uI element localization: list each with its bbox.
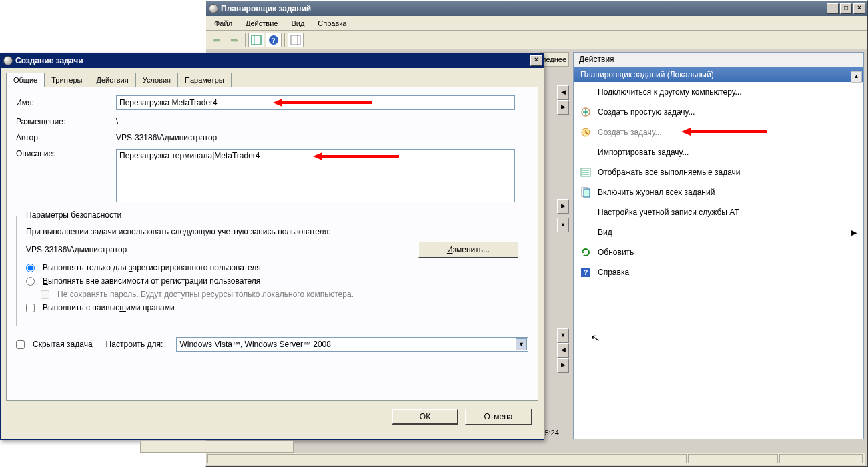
maximize-button[interactable]: □: [840, 3, 852, 14]
dialog-titlebar[interactable]: Создание задачи ×: [1, 53, 544, 68]
radio-label: Выполнять вне зависимости от регистрации…: [43, 276, 260, 286]
refresh-icon: [580, 247, 591, 258]
back-button[interactable]: ⬅: [209, 33, 225, 47]
checkbox-label: Скрытая задача: [33, 340, 93, 349]
under-panel-stub: [140, 441, 294, 453]
clock-icon: [209, 4, 218, 13]
action-connect[interactable]: Подключиться к другому компьютеру...: [574, 82, 863, 102]
actions-section-label: Планировщик заданий (Локальный): [580, 70, 714, 79]
toolbar-help-button[interactable]: ?: [266, 33, 282, 47]
callout-arrow-icon: [687, 130, 767, 133]
toolbar-separator: [245, 33, 246, 47]
action-label: Подключиться к другому компьютеру...: [598, 87, 742, 97]
action-label: Создать простую задачу...: [598, 107, 695, 117]
scroll-right-button[interactable]: ▶: [557, 100, 569, 115]
radio-logged-on-only[interactable]: Выполнять только для зарегистрированного…: [26, 263, 518, 272]
menu-action[interactable]: Действие: [240, 18, 283, 29]
action-import-task[interactable]: Импортировать задачу...: [574, 142, 863, 162]
checkbox-highest-privileges-input[interactable]: [26, 304, 35, 312]
svg-text:?: ?: [272, 36, 276, 44]
statusbar: [207, 453, 865, 465]
blank-icon: [580, 227, 591, 238]
actions-section-title[interactable]: Планировщик заданий (Локальный) ▴: [574, 67, 863, 82]
radio-label: Выполнять только для зарегистрированного…: [43, 263, 261, 272]
toolbar-panel1-button[interactable]: [248, 33, 264, 47]
wizard-icon: [580, 107, 591, 117]
action-label: Отображать все выполняемые задачи: [598, 168, 741, 177]
label-description: Описание:: [16, 149, 116, 158]
action-label: Включить журнал всех заданий: [598, 188, 715, 197]
actions-scroll-up[interactable]: ▲: [851, 71, 862, 83]
main-window-title: Планировщик заданий: [221, 4, 827, 13]
scroll-left-button[interactable]: ◀: [557, 85, 569, 100]
cancel-button[interactable]: Отмена: [465, 409, 532, 425]
radio-any-user-input[interactable]: [26, 277, 35, 286]
tab-settings[interactable]: Параметры: [177, 73, 232, 87]
menu-view[interactable]: Вид: [286, 18, 310, 29]
scroll-right-button-2[interactable]: ▶: [557, 199, 569, 214]
author-value: VPS-33186\Администратор: [116, 133, 217, 142]
description-input[interactable]: [116, 149, 515, 202]
svg-rect-13: [584, 189, 590, 197]
scroll-right-button-3[interactable]: ▶: [557, 358, 569, 373]
help-icon: ?: [580, 267, 591, 278]
radio-any-user[interactable]: Выполнять вне зависимости от регистрации…: [26, 276, 518, 286]
scroll-left-button-2[interactable]: ◀: [557, 343, 569, 358]
location-value: \: [116, 117, 118, 126]
action-enable-log[interactable]: Включить журнал всех заданий: [574, 182, 863, 202]
chevron-down-icon[interactable]: ▼: [516, 338, 527, 350]
svg-rect-0: [252, 35, 261, 45]
security-text: При выполнении задачи использовать следу…: [26, 227, 518, 236]
checkbox-hidden-task-input[interactable]: [16, 340, 25, 349]
action-label: Обновить: [598, 248, 634, 257]
radio-logged-on-only-input[interactable]: [26, 264, 35, 272]
blank-icon: [580, 147, 591, 158]
action-label: Настройка учетной записи службы AT: [598, 208, 739, 217]
forward-button[interactable]: ➡: [226, 33, 242, 47]
account-value: VPS-33186\Администратор: [26, 245, 127, 254]
action-label: Импортировать задачу...: [598, 148, 689, 157]
menu-file[interactable]: Файл: [209, 18, 238, 29]
label-configure-for: Настроить для:: [106, 340, 163, 349]
main-titlebar[interactable]: Планировщик заданий _ □ ×: [206, 1, 867, 16]
scroll-down-button[interactable]: ▼: [557, 328, 569, 343]
action-create-task[interactable]: Создать задачу...: [574, 122, 863, 142]
minimize-button[interactable]: _: [827, 3, 839, 14]
create-task-dialog: Создание задачи × Общие Триггеры Действи…: [0, 53, 544, 440]
dialog-close-button[interactable]: ×: [530, 55, 542, 66]
action-refresh[interactable]: Обновить: [574, 242, 863, 262]
checkbox-highest-privileges[interactable]: Выполнить с наивысшими правами: [26, 303, 518, 312]
action-show-running[interactable]: Отображать все выполняемые задачи: [574, 162, 863, 182]
tab-conditions[interactable]: Условия: [135, 73, 178, 87]
toolbar-panel2-button[interactable]: [288, 33, 304, 47]
checkbox-no-store-password-input: [41, 290, 49, 299]
change-user-button[interactable]: Изменить...: [418, 242, 518, 258]
label-author: Автор:: [16, 133, 116, 142]
tab-actions[interactable]: Действия: [89, 73, 135, 87]
action-help[interactable]: ? Справка: [574, 262, 863, 282]
security-groupbox: Параметры безопасности При выполнении за…: [16, 216, 528, 326]
action-label: Вид: [598, 228, 612, 237]
action-label: Создать задачу...: [598, 128, 662, 137]
blank-icon: [580, 87, 591, 97]
svg-rect-4: [291, 35, 300, 45]
action-at-account[interactable]: Настройка учетной записи службы AT: [574, 202, 863, 222]
menu-help[interactable]: Справка: [312, 18, 352, 29]
close-button[interactable]: ×: [853, 3, 865, 14]
scroll-up-button[interactable]: ▲: [557, 218, 569, 232]
checkbox-label: Выполнить с наивысшими правами: [43, 303, 175, 312]
tab-triggers[interactable]: Триггеры: [44, 73, 89, 87]
tabstrip: Общие Триггеры Действия Условия Параметр…: [1, 68, 544, 87]
checkbox-hidden-task[interactable]: Скрытая задача: [16, 340, 93, 349]
action-create-basic-task[interactable]: Создать простую задачу...: [574, 102, 863, 122]
configure-for-select[interactable]: [176, 337, 528, 352]
checkbox-no-store-password: Не сохранять пароль. Будут доступны ресу…: [41, 290, 518, 299]
log-icon: [580, 187, 591, 198]
ok-button[interactable]: ОК: [392, 409, 458, 425]
action-view-submenu[interactable]: Вид ▶: [574, 222, 863, 242]
dialog-title: Создание задачи: [15, 56, 530, 65]
label-location: Размещение:: [16, 117, 116, 126]
name-input[interactable]: [116, 95, 515, 110]
actions-panel-header: Действия: [574, 53, 863, 67]
tab-general[interactable]: Общие: [6, 73, 45, 87]
